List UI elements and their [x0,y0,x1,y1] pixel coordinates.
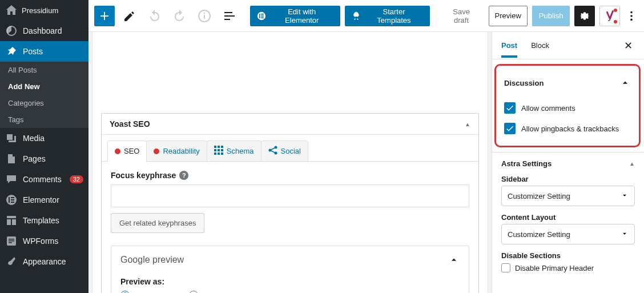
yoast-metabox-header[interactable]: Yoast SEO ▲ [102,114,478,135]
svg-rect-12 [9,242,12,243]
page-icon [6,153,17,164]
button-label: Starter Templates [365,7,422,25]
preview-button[interactable]: Preview [489,6,528,26]
tab-readability[interactable]: Readability [146,141,207,161]
submenu-add-new[interactable]: Add New [0,78,88,95]
help-icon[interactable]: ? [179,171,188,180]
mobile-result-radio[interactable]: Mobile result [120,291,175,293]
tab-seo[interactable]: SEO [107,141,147,161]
svg-rect-6 [7,216,16,218]
desktop-result-radio[interactable]: Desktop result [189,291,249,293]
chevron-up-icon [619,77,631,89]
site-name-label: Pressidium [22,6,58,15]
menu-label: Dashboard [23,26,62,35]
allow-comments-checkbox[interactable]: Allow comments [504,102,631,114]
svg-rect-5 [11,202,14,203]
google-preview-toggle[interactable]: Google preview [111,246,469,274]
publish-button[interactable]: Publish [532,6,570,26]
editor-canvas: Yoast SEO ▲ SEO Readability Schema Socia… [88,32,492,293]
menu-label: WPForms [23,236,58,246]
content-layout-select[interactable]: Customizer Setting [501,224,635,244]
svg-rect-32 [221,149,223,151]
related-keyphrases-button[interactable]: Get related keyphrases [111,213,204,233]
settings-button[interactable] [574,6,595,26]
svg-rect-18 [224,19,230,20]
svg-rect-3 [11,197,14,198]
outline-button[interactable] [219,6,240,26]
focus-keyphrase-input[interactable] [111,184,469,207]
checkbox-label: Disable Primary Header [515,264,594,272]
save-draft-button[interactable]: Save draft [439,6,484,26]
menu-label: Media [23,134,45,143]
checkbox-checked-icon [504,102,516,114]
menu-wpforms[interactable]: WPForms [0,231,88,251]
section-title: Astra Settings [501,159,552,168]
tab-social[interactable]: Social [261,141,308,161]
wpforms-icon [6,235,17,247]
yoast-button[interactable] [599,6,620,26]
svg-rect-29 [221,146,223,148]
starter-templates-button[interactable]: Starter Templates [345,6,429,26]
svg-point-25 [630,15,633,17]
svg-rect-11 [9,240,14,242]
svg-rect-10 [9,239,14,240]
svg-rect-8 [12,219,16,225]
site-name[interactable]: Pressidium [0,0,88,21]
discussion-toggle[interactable]: Discussion [504,75,631,97]
posts-submenu: All Posts Add New Categories Tags [0,62,88,128]
svg-rect-14 [204,15,205,19]
tab-label: Readability [163,147,199,155]
menu-label: Templates [23,216,59,225]
svg-rect-31 [218,149,220,151]
menu-media[interactable]: Media [0,128,88,148]
tab-schema[interactable]: Schema [207,141,261,161]
chevron-down-icon [621,230,629,239]
redo-button[interactable] [170,6,190,26]
tab-label: SEO [124,147,139,155]
content-area[interactable] [101,39,479,113]
info-button[interactable] [194,6,215,26]
tab-block[interactable]: Block [531,33,549,58]
svg-rect-33 [214,152,216,155]
comment-icon [6,174,17,185]
more-options-button[interactable] [625,6,638,26]
disable-primary-header-checkbox[interactable]: Disable Primary Header [501,263,635,272]
menu-dashboard[interactable]: Dashboard [0,21,88,41]
allow-pingbacks-checkbox[interactable]: Allow pingbacks & trackbacks [504,123,631,134]
menu-posts[interactable]: Posts [0,41,88,62]
svg-point-37 [268,149,271,152]
undo-button[interactable] [144,6,165,26]
tab-post[interactable]: Post [501,33,517,58]
section-title: Google preview [120,255,184,265]
menu-appearance[interactable]: Appearance [0,251,88,272]
dashboard-icon [6,25,17,37]
menu-pages[interactable]: Pages [0,148,88,169]
button-label: Edit with Elementor [270,7,333,25]
svg-rect-7 [7,219,11,225]
svg-rect-28 [218,146,220,148]
menu-templates[interactable]: Templates [0,210,88,231]
menu-label: Posts [23,47,43,56]
submenu-categories[interactable]: Categories [0,95,88,111]
menu-comments[interactable]: Comments 32 [0,169,88,190]
submenu-tags[interactable]: Tags [0,111,88,128]
add-block-button[interactable] [94,6,115,26]
yoast-body: Focus keyphrase? Get related keyphrases … [102,162,478,293]
focus-keyphrase-label: Focus keyphrase? [111,171,469,180]
menu-label: Appearance [23,257,66,266]
close-panel-button[interactable]: ✕ [621,39,635,53]
yoast-metabox: Yoast SEO ▲ SEO Readability Schema Socia… [101,113,479,293]
status-dot-red [614,20,617,23]
checkbox-label: Allow comments [521,104,575,113]
astra-settings-toggle[interactable]: Astra Settings ▲ [501,159,635,168]
svg-rect-30 [214,149,216,151]
edit-mode-button[interactable] [119,6,140,26]
svg-point-15 [204,12,205,13]
sidebar-select[interactable]: Customizer Setting [501,186,635,206]
menu-elementor[interactable]: Elementor [0,190,88,210]
edit-elementor-button[interactable]: Edit with Elementor [250,6,340,26]
submenu-all-posts[interactable]: All Posts [0,62,88,78]
disable-sections-label: Disable Sections [501,251,635,260]
collapse-icon: ▲ [465,121,470,127]
media-icon [6,133,17,144]
